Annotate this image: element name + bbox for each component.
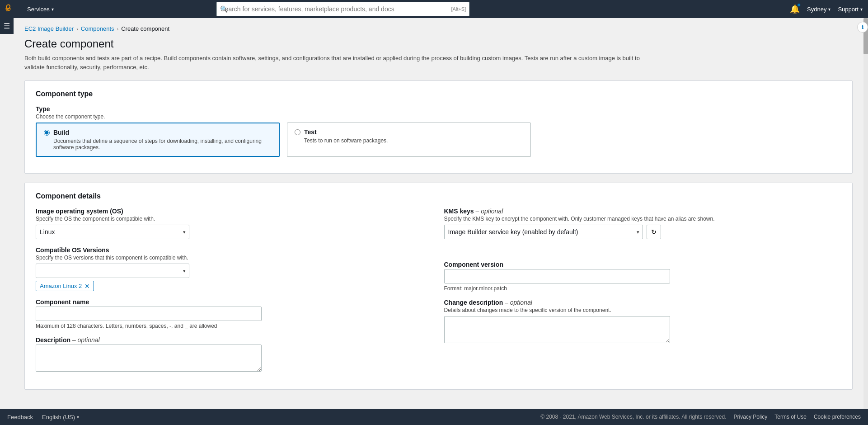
image-os-label: Image operating system (OS) bbox=[36, 208, 433, 215]
description-textarea[interactable] bbox=[36, 345, 262, 372]
component-name-hint: Maximum of 128 characters. Letters, numb… bbox=[36, 323, 433, 329]
notification-dot bbox=[797, 3, 801, 7]
info-icon[interactable]: ℹ bbox=[857, 22, 868, 33]
component-type-card: Component type Type Choose the component… bbox=[24, 80, 853, 174]
notification-bell-icon[interactable]: 🔔 bbox=[790, 4, 800, 14]
services-chevron-icon: ▾ bbox=[52, 7, 54, 12]
radio-option-test[interactable]: Test Tests to run on software packages. bbox=[287, 123, 531, 157]
breadcrumb-ec2-image-builder[interactable]: EC2 Image Builder bbox=[24, 25, 74, 32]
chip-label: Amazon Linux 2 bbox=[40, 283, 82, 289]
top-navigation: aws Services ▾ 🔍 [Alt+S] 🔔 Sydney ▾ Supp… bbox=[0, 0, 868, 18]
breadcrumb-sep-2: › bbox=[117, 26, 119, 32]
radio-build-input[interactable] bbox=[44, 130, 50, 136]
chip-amazon-linux-2: Amazon Linux 2 ✕ bbox=[36, 281, 94, 291]
image-os-select-wrapper: Linux Windows ▾ bbox=[36, 225, 189, 239]
kms-select[interactable]: Image Builder service key (enabled by de… bbox=[444, 225, 643, 239]
image-os-desc: Specify the OS the component is compatib… bbox=[36, 216, 433, 222]
svg-text:aws: aws bbox=[5, 7, 11, 10]
region-selector[interactable]: Sydney ▾ bbox=[807, 6, 830, 13]
compatible-os-label: Compatible OS Versions bbox=[36, 246, 433, 254]
compatible-os-select-wrapper: Amazon Linux 2 ▾ bbox=[36, 264, 189, 278]
support-label: Support bbox=[838, 6, 859, 13]
breadcrumb-components[interactable]: Components bbox=[81, 25, 114, 32]
region-chevron-icon: ▾ bbox=[828, 7, 830, 12]
kms-keys-field: KMS keys – optional Specify the KMS key … bbox=[444, 208, 842, 239]
component-details-title: Component details bbox=[36, 192, 841, 200]
breadcrumb: EC2 Image Builder › Components › Create … bbox=[24, 25, 853, 32]
services-button[interactable]: Services ▾ bbox=[27, 6, 54, 13]
change-description-field: Change description – optional Details ab… bbox=[444, 299, 842, 345]
search-shortcut: [Alt+S] bbox=[451, 6, 466, 12]
type-label: Type bbox=[36, 105, 841, 113]
change-desc-optional-text: – optional bbox=[505, 299, 532, 306]
details-two-col: Image operating system (OS) Specify the … bbox=[36, 208, 841, 380]
image-os-select[interactable]: Linux Windows bbox=[36, 225, 189, 239]
description-field: Description – optional bbox=[36, 336, 433, 373]
nav-right: 🔔 Sydney ▾ Support ▾ bbox=[790, 4, 863, 14]
details-left-col: Image operating system (OS) Specify the … bbox=[36, 208, 433, 380]
support-menu[interactable]: Support ▾ bbox=[838, 6, 863, 13]
image-os-field: Image operating system (OS) Specify the … bbox=[36, 208, 433, 239]
component-details-card: Component details Image operating system… bbox=[24, 183, 853, 390]
support-chevron-icon: ▾ bbox=[860, 7, 863, 12]
main-content: EC2 Image Builder › Components › Create … bbox=[14, 18, 863, 407]
kms-select-wrapper: Image Builder service key (enabled by de… bbox=[444, 225, 643, 239]
desc-label-text: Description bbox=[36, 336, 70, 344]
kms-label: KMS keys – optional bbox=[444, 208, 842, 215]
region-label: Sydney bbox=[807, 6, 826, 13]
change-desc-desc: Details about changes made to the specif… bbox=[444, 307, 842, 313]
search-icon: 🔍 bbox=[220, 5, 228, 13]
sidebar-toggle-button[interactable]: ☰ bbox=[0, 18, 14, 34]
change-desc-label-text: Change description bbox=[444, 299, 503, 306]
kms-row: Image Builder service key (enabled by de… bbox=[444, 225, 842, 239]
component-version-hint: Format: major.minor.patch bbox=[444, 285, 842, 292]
radio-option-build[interactable]: Build Documents that define a sequence o… bbox=[36, 123, 280, 157]
compatible-os-select[interactable]: Amazon Linux 2 bbox=[36, 264, 189, 278]
kms-label-text: KMS keys bbox=[444, 208, 474, 215]
component-type-title: Component type bbox=[36, 90, 841, 98]
compatible-os-field: Compatible OS Versions Specify the OS ve… bbox=[36, 246, 433, 291]
compatible-os-desc: Specify the OS versions that this compon… bbox=[36, 255, 433, 261]
kms-desc: Specify the KMS key to encrypt the compo… bbox=[444, 216, 842, 222]
component-version-field: Component version 1.0.0 Format: major.mi… bbox=[444, 261, 842, 292]
compatible-os-chips: Amazon Linux 2 ✕ bbox=[36, 278, 433, 291]
type-radio-group: Build Documents that define a sequence o… bbox=[36, 123, 841, 157]
radio-build-desc: Documents that define a sequence of step… bbox=[53, 138, 272, 151]
page-title: Create component bbox=[24, 38, 853, 50]
radio-test-desc: Tests to run on software packages. bbox=[304, 137, 388, 144]
component-name-field: Component name pattern3-pipeline-Configu… bbox=[36, 298, 433, 329]
component-name-input[interactable]: pattern3-pipeline-ConfigureOSComponent bbox=[36, 307, 262, 321]
radio-test-label: Test bbox=[304, 128, 388, 136]
details-right-col: KMS keys – optional Specify the KMS key … bbox=[444, 208, 842, 380]
page-description: Both build components and tests are part… bbox=[24, 54, 657, 71]
chip-remove-button[interactable]: ✕ bbox=[84, 283, 90, 289]
radio-build-label: Build bbox=[53, 129, 272, 136]
kms-optional-text: – optional bbox=[476, 208, 503, 215]
services-label: Services bbox=[27, 6, 50, 13]
scrollbar-track bbox=[863, 18, 868, 407]
breadcrumb-current: Create component bbox=[121, 25, 169, 32]
component-version-input[interactable]: 1.0.0 bbox=[444, 269, 670, 283]
component-name-label: Component name bbox=[36, 298, 433, 306]
change-description-textarea[interactable] bbox=[444, 316, 670, 343]
component-version-label: Component version bbox=[444, 261, 842, 268]
breadcrumb-sep-1: › bbox=[76, 26, 78, 32]
radio-test-input[interactable] bbox=[295, 129, 300, 135]
change-desc-label: Change description – optional bbox=[444, 299, 842, 306]
search-input[interactable] bbox=[216, 2, 469, 16]
kms-refresh-button[interactable]: ↻ bbox=[647, 225, 661, 239]
description-label: Description – optional bbox=[36, 336, 433, 344]
search-bar: 🔍 [Alt+S] bbox=[216, 2, 469, 16]
aws-logo[interactable]: aws bbox=[5, 4, 22, 14]
type-desc: Choose the component type. bbox=[36, 113, 841, 120]
hamburger-icon: ☰ bbox=[4, 22, 10, 30]
type-field: Type Choose the component type. Build Do… bbox=[36, 105, 841, 157]
desc-optional-text: – optional bbox=[72, 336, 100, 344]
